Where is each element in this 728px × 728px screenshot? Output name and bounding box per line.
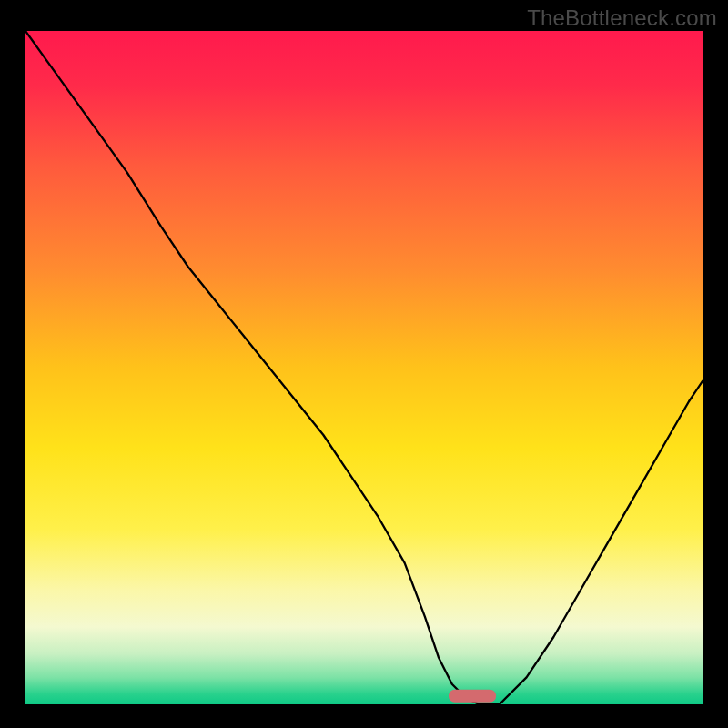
trough-marker (449, 690, 496, 703)
watermark-text: TheBottleneck.com (527, 5, 717, 31)
plot-svg (25, 31, 703, 704)
chart-frame: TheBottleneck.com (0, 0, 728, 728)
gradient-background (25, 31, 703, 704)
plot-area (25, 31, 703, 704)
